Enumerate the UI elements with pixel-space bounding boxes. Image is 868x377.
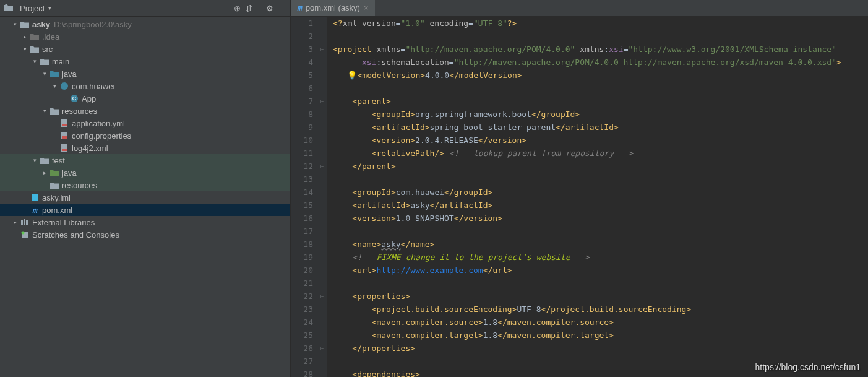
tree-label: application.yml [72, 119, 125, 128]
code-line[interactable]: <relativePath/> <!-- lookup parent from … [333, 147, 868, 160]
code-line[interactable]: <name>asky</name> [333, 238, 868, 251]
code-line[interactable]: <!-- FIXME change it to the project's we… [333, 251, 868, 264]
code-line[interactable] [333, 173, 868, 186]
tree-row-main[interactable]: ▾main [0, 55, 290, 67]
hide-icon[interactable]: — [278, 4, 286, 13]
code-line[interactable] [333, 82, 868, 95]
svg-rect-13 [26, 220, 28, 225]
svg-rect-11 [21, 220, 23, 225]
intention-bulb-icon[interactable]: 💡 [347, 71, 357, 80]
code-line[interactable]: <properties> [333, 290, 868, 303]
code-area[interactable]: <?xml version="1.0" encoding="UTF-8"?><p… [327, 17, 868, 377]
code-line[interactable]: <maven.compiler.source>1.8</maven.compil… [333, 316, 868, 329]
code-line[interactable] [333, 30, 868, 43]
svg-rect-7 [62, 136, 67, 139]
tree-row-log4j2-xml[interactable]: ▸log4j2.xml [0, 142, 290, 154]
code-line[interactable]: </parent> [333, 160, 868, 173]
folder-icon [40, 58, 49, 65]
code-line[interactable]: <url>http://www.example.com</url> [333, 264, 868, 277]
collapse-all-icon[interactable]: ⇵ [246, 4, 252, 13]
fold-marker [318, 316, 327, 329]
lib-icon [20, 218, 30, 227]
code-line[interactable]: 💡<modelVersion>4.0.0</modelVersion> [333, 69, 868, 82]
fold-marker[interactable]: ⊟ [318, 95, 327, 108]
code-line[interactable]: <version>2.0.4.RELEASE</version> [333, 134, 868, 147]
fold-marker [318, 108, 327, 121]
maven-file-icon: m [297, 3, 302, 12]
project-panel-header: Project ▾ ⊕ ⇵ ⚙ — [0, 0, 290, 17]
code-line[interactable]: <parent> [333, 95, 868, 108]
locate-icon[interactable]: ⊕ [234, 4, 241, 13]
tree-label: asky [32, 20, 50, 29]
tree-row-resources[interactable]: ▸resources [0, 179, 290, 191]
tree-arrow-icon[interactable]: ▾ [21, 46, 28, 52]
project-panel-title[interactable]: Project ▾ [4, 4, 234, 13]
fold-marker[interactable]: ⊟ [318, 290, 327, 303]
tree-arrow-icon[interactable]: ▸ [11, 219, 19, 225]
tree-arrow-icon[interactable]: ▸ [21, 33, 28, 40]
svg-rect-12 [24, 219, 25, 225]
iml-icon [30, 193, 40, 202]
fold-marker[interactable]: ⊟ [318, 160, 327, 173]
code-line[interactable]: <groupId>com.huawei</groupId> [333, 186, 868, 199]
maven-icon: m [30, 206, 40, 215]
tree-row-src[interactable]: ▾src [0, 43, 290, 55]
tree-row-external-libraries[interactable]: ▸External Libraries [0, 216, 290, 228]
fold-marker [318, 30, 327, 43]
code-line[interactable]: <groupId>org.springframework.boot</group… [333, 108, 868, 121]
tree-arrow-icon[interactable]: ▾ [41, 71, 48, 77]
svg-rect-0 [6, 4, 7, 6]
tree-row-com-huawei[interactable]: ▾com.huawei [0, 80, 290, 92]
code-line[interactable]: <artifactId>spring-boot-starter-parent</… [333, 121, 868, 134]
editor-body[interactable]: 1234567891011121314151617181920212223242… [291, 17, 868, 377]
panel-dropdown-icon[interactable]: ▾ [48, 5, 51, 11]
code-line[interactable]: <artifactId>asky</artifactId> [333, 199, 868, 212]
panel-title-label: Project [20, 4, 45, 13]
settings-icon[interactable]: ⚙ [266, 4, 273, 13]
code-line[interactable]: <project.build.sourceEncoding>UTF-8</pro… [333, 303, 868, 316]
tree-arrow-icon[interactable]: ▾ [31, 157, 38, 163]
code-line[interactable]: xsi:schemaLocation="http://maven.apache.… [333, 56, 868, 69]
tree-row-asky[interactable]: ▾askyD:\springboot2.0\asky [0, 18, 290, 30]
fold-marker[interactable]: ⊟ [318, 342, 327, 355]
tree-label: com.huawei [72, 82, 114, 91]
package-icon [59, 82, 69, 90]
code-line[interactable]: <?xml version="1.0" encoding="UTF-8"?> [333, 17, 868, 30]
code-line[interactable]: </properties> [333, 342, 868, 355]
tree-row-config-properties[interactable]: ▸config.properties [0, 129, 290, 142]
fold-marker [318, 186, 327, 199]
tree-row-resources[interactable]: ▾resources [0, 105, 290, 117]
fold-marker [318, 251, 327, 264]
tree-arrow-icon[interactable]: ▾ [41, 108, 48, 114]
project-tree[interactable]: ▾askyD:\springboot2.0\asky▸.idea▾src▾mai… [0, 17, 290, 377]
tree-row-application-yml[interactable]: ▸application.yml [0, 117, 290, 129]
tree-row-asky-iml[interactable]: ▸asky.iml [0, 191, 290, 204]
fold-column[interactable]: ⊟⊟⊟⊟⊟ [318, 17, 327, 377]
code-line[interactable]: <project xmlns="http://maven.apache.org/… [333, 43, 868, 56]
tree-arrow-icon[interactable]: ▾ [51, 83, 58, 89]
tree-arrow-icon[interactable]: ▸ [41, 170, 48, 176]
tree-row--idea[interactable]: ▸.idea [0, 30, 290, 43]
fold-marker [318, 225, 327, 238]
tree-row-pom-xml[interactable]: ▸mpom.xml [0, 204, 290, 216]
tree-row-java[interactable]: ▸java [0, 167, 290, 179]
editor-tab-pom[interactable]: m pom.xml (asky) × [291, 0, 375, 16]
fold-marker[interactable]: ⊟ [318, 43, 327, 56]
tree-row-test[interactable]: ▾test [0, 154, 290, 167]
tree-row-app[interactable]: ▸CApp [0, 92, 290, 105]
editor-tabbar: m pom.xml (asky) × [291, 0, 868, 17]
tree-arrow-icon[interactable]: ▾ [31, 58, 38, 64]
xml-icon [59, 144, 69, 152]
fold-marker [318, 238, 327, 251]
code-line[interactable]: <maven.compiler.target>1.8</maven.compil… [333, 329, 868, 342]
code-line[interactable] [333, 277, 868, 290]
tree-arrow-icon[interactable]: ▾ [11, 21, 19, 27]
tree-label: java [62, 168, 77, 178]
folder-icon [49, 181, 59, 189]
tab-close-icon[interactable]: × [364, 3, 369, 12]
tree-row-java[interactable]: ▾java [0, 67, 290, 80]
tree-row-scratches-and-consoles[interactable]: ▸Scratches and Consoles [0, 228, 290, 241]
code-line[interactable]: <version>1.0-SNAPSHOT</version> [333, 212, 868, 225]
code-line[interactable] [333, 225, 868, 238]
tab-label: pom.xml (asky) [306, 3, 360, 12]
